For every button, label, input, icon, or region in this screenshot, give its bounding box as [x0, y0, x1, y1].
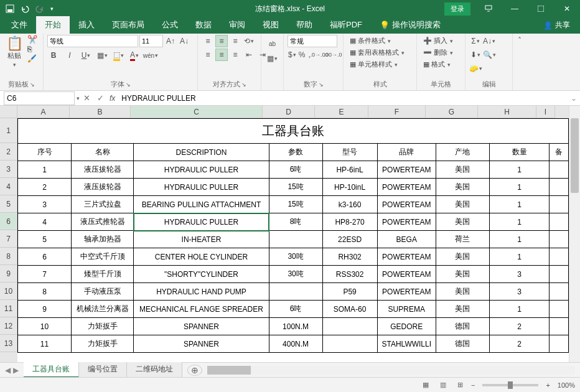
name-box[interactable]: [4, 91, 75, 105]
header-cell[interactable]: 型号: [322, 144, 377, 161]
align-bottom-icon[interactable]: ≡: [229, 35, 241, 47]
menu-视图[interactable]: 视图: [254, 16, 288, 34]
menu-页面布局[interactable]: 页面布局: [103, 16, 153, 34]
cut-icon[interactable]: ✂️: [27, 35, 37, 44]
col-header-I[interactable]: I: [536, 106, 555, 118]
data-cell[interactable]: 30吨: [269, 266, 322, 283]
data-cell[interactable]: HP-10inL: [322, 179, 377, 196]
row-header-5[interactable]: 5: [0, 195, 17, 213]
row-header-6[interactable]: 6: [0, 213, 17, 230]
align-middle-icon[interactable]: ≡: [215, 35, 228, 47]
wrap-text-button[interactable]: ab: [266, 37, 279, 50]
header-cell[interactable]: 品牌: [377, 144, 436, 161]
align-right-icon[interactable]: ≡: [229, 49, 241, 61]
data-cell[interactable]: 1: [489, 213, 549, 231]
ribbon-options-icon[interactable]: [475, 0, 502, 17]
data-cell[interactable]: 1: [18, 161, 72, 179]
cell-styles-button[interactable]: ▦单元格样式▾: [347, 58, 400, 70]
data-cell[interactable]: BEGA: [377, 231, 436, 248]
data-cell[interactable]: [550, 248, 569, 266]
font-color-button[interactable]: A▾: [128, 49, 141, 62]
data-cell[interactable]: 美国: [436, 179, 489, 196]
data-cell[interactable]: 8吨: [269, 213, 322, 231]
data-cell[interactable]: 6吨: [269, 301, 322, 318]
data-cell[interactable]: 15吨: [269, 196, 322, 213]
data-cell[interactable]: 10: [18, 318, 72, 335]
data-cell[interactable]: 美国: [436, 266, 489, 283]
fill-color-button[interactable]: ⬚▾: [112, 49, 124, 62]
menu-审阅[interactable]: 审阅: [220, 16, 254, 34]
col-header-F[interactable]: F: [368, 106, 426, 118]
data-cell[interactable]: 11: [18, 335, 72, 353]
data-cell[interactable]: HYDRAULIC PULLER: [134, 161, 269, 179]
shrink-font-icon[interactable]: A↓: [178, 35, 190, 47]
data-cell[interactable]: 德国: [436, 335, 489, 353]
find-icon[interactable]: 🔍▾: [483, 49, 495, 61]
row-header-7[interactable]: 7: [0, 230, 17, 248]
tab-nav-next[interactable]: ▶: [13, 366, 19, 375]
tab-nav-prev[interactable]: ◀: [5, 366, 11, 375]
col-header-A[interactable]: A: [17, 106, 70, 118]
italic-button[interactable]: I: [63, 49, 76, 62]
data-cell[interactable]: 力矩扳手: [72, 318, 134, 335]
data-cell[interactable]: 2: [489, 335, 549, 353]
fill-icon[interactable]: ⬇▾: [469, 49, 482, 61]
row-header-1[interactable]: 1: [0, 118, 17, 143]
share-button[interactable]: 👤 共享: [536, 17, 578, 34]
save-icon[interactable]: [5, 4, 15, 14]
font-size-combo[interactable]: [139, 35, 163, 47]
data-cell[interactable]: 1: [489, 301, 549, 318]
data-cell[interactable]: 6吨: [269, 161, 322, 179]
data-cell[interactable]: 液压拔轮器: [72, 161, 134, 179]
confirm-edit-icon[interactable]: ✓: [93, 91, 107, 105]
delete-cells-button[interactable]: ➖删除▾: [421, 47, 456, 58]
col-header-B[interactable]: B: [70, 106, 131, 118]
data-cell[interactable]: POWERTEAM: [377, 266, 436, 283]
data-cell[interactable]: k3-160: [322, 196, 377, 213]
data-cell[interactable]: 3: [18, 196, 72, 213]
grow-font-icon[interactable]: A↑: [164, 35, 177, 47]
data-cell[interactable]: POWERTEAM: [377, 179, 436, 196]
menu-帮助[interactable]: 帮助: [288, 16, 321, 34]
zoom-level[interactable]: 100%: [558, 381, 575, 389]
data-cell[interactable]: [550, 231, 569, 248]
data-cell[interactable]: 400N.M: [269, 335, 322, 353]
menu-公式[interactable]: 公式: [153, 16, 187, 34]
dec-decimal-icon[interactable]: .00→.0: [327, 49, 339, 61]
data-cell[interactable]: [550, 283, 569, 301]
clear-icon[interactable]: 🧽▾: [469, 62, 482, 75]
cancel-edit-icon[interactable]: ✕: [80, 91, 93, 105]
data-cell[interactable]: 三片式拉盘: [72, 196, 134, 213]
data-cell[interactable]: 22ESD: [322, 231, 377, 248]
data-cell[interactable]: [550, 213, 569, 231]
menu-文件[interactable]: 文件: [2, 16, 36, 34]
tell-me[interactable]: 💡 操作说明搜索: [371, 16, 449, 34]
sheet-tab-0[interactable]: 工器具台账: [24, 362, 79, 378]
accounting-icon[interactable]: $▾: [288, 49, 297, 61]
undo-icon[interactable]: [20, 4, 30, 14]
login-button[interactable]: 登录: [444, 2, 470, 16]
data-cell[interactable]: [550, 179, 569, 196]
col-header-G[interactable]: G: [426, 106, 478, 118]
data-cell[interactable]: HP-6inL: [322, 161, 377, 179]
data-cell[interactable]: 2: [18, 179, 72, 196]
col-header-E[interactable]: E: [315, 106, 368, 118]
data-cell[interactable]: POWERTEAM: [377, 248, 436, 266]
zoom-in-button[interactable]: +: [546, 381, 550, 389]
data-cell[interactable]: 3: [489, 266, 549, 283]
row-header-3[interactable]: 3: [0, 161, 17, 178]
data-cell[interactable]: [550, 318, 569, 335]
row-header-13[interactable]: 13: [0, 335, 17, 352]
normal-view-icon[interactable]: ▦: [419, 380, 433, 391]
conditional-format-button[interactable]: ▦条件格式▾: [347, 35, 393, 47]
data-cell[interactable]: 荷兰: [436, 231, 489, 248]
row-header-11[interactable]: 11: [0, 300, 17, 317]
vertical-scrollbar[interactable]: [569, 106, 580, 362]
minimize-icon[interactable]: —: [502, 0, 528, 17]
header-cell[interactable]: 参数: [269, 144, 322, 161]
indent-left-icon[interactable]: ⇤: [243, 49, 255, 61]
data-cell[interactable]: 30吨: [269, 248, 322, 266]
border-button[interactable]: ▦▾: [96, 49, 108, 62]
data-cell[interactable]: 中空式千斤顶: [72, 248, 134, 266]
table-format-button[interactable]: ▦套用表格格式▾: [347, 47, 407, 58]
